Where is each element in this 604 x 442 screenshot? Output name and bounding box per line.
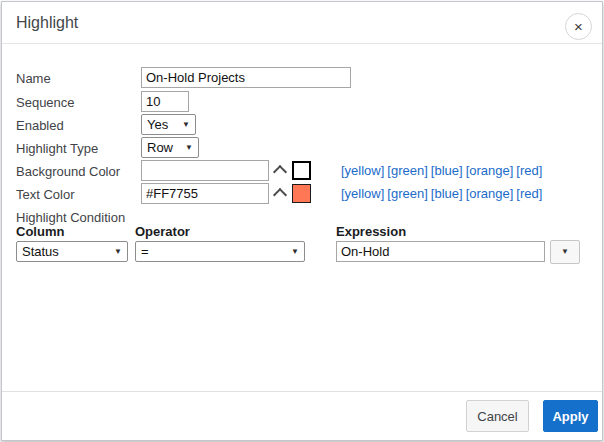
highlight-type-select[interactable]: Row ▼ xyxy=(141,137,199,158)
background-color-label: Background Color xyxy=(16,164,120,179)
background-color-input[interactable] xyxy=(141,160,269,181)
enabled-select[interactable]: Yes ▼ xyxy=(141,114,196,135)
expression-header: Expression xyxy=(336,224,406,239)
footer-divider xyxy=(2,391,602,392)
background-green-link[interactable]: [green] xyxy=(387,163,427,178)
column-select-value: Status xyxy=(22,244,59,259)
enabled-select-value: Yes xyxy=(147,117,168,132)
background-color-swatch xyxy=(292,161,311,180)
background-color-preset-links: [yellow][green][blue][orange][red] xyxy=(341,163,545,178)
column-header: Column xyxy=(16,224,64,239)
close-icon: × xyxy=(574,18,583,35)
text-color-input[interactable] xyxy=(141,183,269,204)
dialog-title: Highlight xyxy=(16,14,78,32)
text-yellow-link[interactable]: [yellow] xyxy=(341,186,384,201)
highlight-condition-label: Highlight Condition xyxy=(16,210,125,225)
chevron-down-icon: ▼ xyxy=(114,247,122,256)
text-blue-link[interactable]: [blue] xyxy=(431,186,463,201)
name-input[interactable] xyxy=(141,67,351,88)
text-color-preset-links: [yellow][green][blue][orange][red] xyxy=(341,186,545,201)
close-button[interactable]: × xyxy=(565,13,592,40)
background-red-link[interactable]: [red] xyxy=(516,163,542,178)
text-color-picker-caret-icon[interactable] xyxy=(273,186,286,199)
text-orange-link[interactable]: [orange] xyxy=(466,186,514,201)
highlight-dialog: Highlight × Name Sequence Enabled Yes ▼ … xyxy=(1,1,603,441)
header-divider xyxy=(2,43,602,44)
expression-dropdown-button[interactable]: ▼ xyxy=(550,240,580,264)
sequence-label: Sequence xyxy=(16,95,75,110)
text-color-label: Text Color xyxy=(16,187,75,202)
operator-header: Operator xyxy=(135,224,190,239)
chevron-down-icon: ▼ xyxy=(561,247,569,256)
operator-select[interactable]: = ▼ xyxy=(135,241,305,262)
chevron-down-icon: ▼ xyxy=(185,143,193,152)
cancel-button[interactable]: Cancel xyxy=(466,400,529,432)
column-select[interactable]: Status ▼ xyxy=(16,241,128,262)
name-label: Name xyxy=(16,71,51,86)
background-yellow-link[interactable]: [yellow] xyxy=(341,163,384,178)
background-orange-link[interactable]: [orange] xyxy=(466,163,514,178)
background-blue-link[interactable]: [blue] xyxy=(431,163,463,178)
sequence-input[interactable] xyxy=(141,91,189,112)
operator-select-value: = xyxy=(141,244,149,259)
chevron-down-icon: ▼ xyxy=(182,120,190,129)
background-color-picker-caret-icon[interactable] xyxy=(273,163,286,176)
highlight-type-select-value: Row xyxy=(147,140,173,155)
enabled-label: Enabled xyxy=(16,118,64,133)
expression-input[interactable] xyxy=(336,241,545,262)
highlight-type-label: Highlight Type xyxy=(16,141,98,156)
apply-button[interactable]: Apply xyxy=(543,400,598,432)
text-green-link[interactable]: [green] xyxy=(387,186,427,201)
text-color-swatch xyxy=(292,184,311,203)
chevron-down-icon: ▼ xyxy=(291,247,299,256)
text-red-link[interactable]: [red] xyxy=(516,186,542,201)
